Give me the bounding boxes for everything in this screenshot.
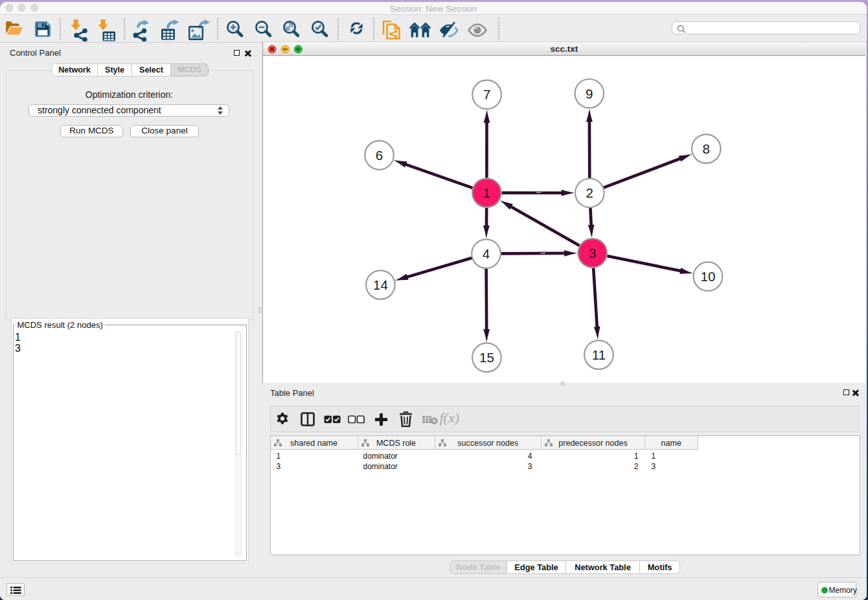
svg-text:14: 14: [372, 277, 387, 292]
svg-text:11: 11: [591, 347, 605, 362]
svg-text:1: 1: [483, 185, 490, 200]
svg-text:6: 6: [375, 148, 382, 163]
svg-text:10: 10: [700, 269, 715, 284]
svg-text:2: 2: [586, 185, 593, 200]
svg-text:4: 4: [482, 246, 489, 261]
svg-text:15: 15: [479, 350, 494, 365]
svg-text:8: 8: [702, 141, 709, 156]
svg-text:9: 9: [586, 86, 593, 101]
svg-text:3: 3: [588, 246, 595, 260]
svg-text:7: 7: [483, 87, 490, 102]
